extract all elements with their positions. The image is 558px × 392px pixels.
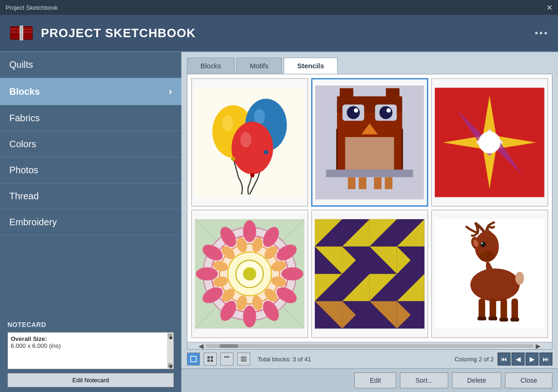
svg-rect-0 <box>10 26 20 39</box>
sidebar-nav: Quilts Blocks › Fabrics Colors Photos Th… <box>0 52 181 315</box>
view-small-button[interactable] <box>187 353 200 366</box>
svg-point-57 <box>243 220 256 242</box>
gallery-item-deer[interactable] <box>431 209 548 338</box>
sidebar-fabrics-label: Fabrics <box>9 113 40 124</box>
bottom-toolbar: Total blocks: 3 of 41 Coloring 2 of 2 ⏮ … <box>181 350 558 368</box>
view-medium-button[interactable] <box>204 353 217 366</box>
svg-rect-142 <box>241 360 246 361</box>
header-left: PROJECT SKETCHBOOK <box>9 24 196 42</box>
sidebar-item-fabrics[interactable]: Fabrics <box>0 105 181 131</box>
scroll-thumb[interactable] <box>219 344 238 348</box>
svg-point-18 <box>264 150 268 154</box>
sidebar-item-photos[interactable]: Photos <box>0 157 181 183</box>
svg-rect-129 <box>499 318 508 321</box>
content-area: Blocks Motifs Stencils <box>181 52 558 392</box>
scroll-track-notecard <box>168 339 173 362</box>
gallery-item-balloons[interactable] <box>191 78 308 207</box>
scroll-track[interactable] <box>206 344 534 348</box>
view-large-button[interactable] <box>220 353 233 366</box>
action-bar: Edit Sort... Delete Close <box>181 368 558 392</box>
nav-buttons: ⏮ ◀ ▶ ⏭ <box>498 353 552 366</box>
svg-point-48 <box>478 131 500 153</box>
nav-last-button[interactable]: ⏭ <box>539 353 552 366</box>
tabs-bar: Blocks Motifs Stencils <box>181 52 558 74</box>
svg-point-27 <box>347 106 360 119</box>
svg-rect-126 <box>512 299 518 320</box>
sidebar-thread-label: Thread <box>9 191 39 202</box>
svg-rect-138 <box>226 356 227 358</box>
svg-rect-1 <box>22 26 33 39</box>
book-icon <box>9 24 33 42</box>
more-options-button[interactable]: ••• <box>535 28 549 39</box>
gallery-item-mandala[interactable] <box>191 209 308 338</box>
title-bar: Project Sketchbook ✕ <box>0 0 558 15</box>
gallery-item-quilt[interactable] <box>311 209 428 338</box>
svg-point-17 <box>231 157 235 161</box>
svg-rect-139 <box>228 356 229 358</box>
notecard-size-value: 6.000 x 6.000 (ins) <box>11 342 171 349</box>
notecard-section-label: NOTECARD <box>0 315 181 332</box>
chevron-right-icon: › <box>169 85 172 98</box>
notecard-size-label: Overall Size: <box>11 335 171 342</box>
sidebar-item-quilts[interactable]: Quilts <box>0 52 181 78</box>
close-window-button[interactable]: ✕ <box>546 3 552 12</box>
svg-rect-133 <box>207 356 210 359</box>
svg-point-81 <box>243 267 256 280</box>
svg-point-60 <box>281 267 303 280</box>
svg-rect-141 <box>241 359 246 359</box>
scroll-down-arrow[interactable]: ▼ <box>168 363 173 368</box>
header-title: PROJECT SKETCHBOOK <box>41 26 196 40</box>
sidebar-item-blocks[interactable]: Blocks › <box>0 78 181 105</box>
view-list-button[interactable] <box>237 353 250 366</box>
tab-stencils[interactable]: Stencils <box>284 58 338 74</box>
gallery-item-compass[interactable] <box>431 78 548 207</box>
nav-first-button[interactable]: ⏮ <box>498 353 511 366</box>
main-layout: Quilts Blocks › Fabrics Colors Photos Th… <box>0 52 558 392</box>
sidebar-photos-label: Photos <box>9 165 38 176</box>
svg-rect-32 <box>345 137 394 170</box>
svg-rect-135 <box>207 359 210 362</box>
sidebar-item-embroidery[interactable]: Embroidery <box>0 209 181 235</box>
nav-next-button[interactable]: ▶ <box>525 353 538 366</box>
coloring-label: Coloring 2 of 2 <box>454 356 494 363</box>
gallery-wrapper: ◀ ▶ <box>187 74 552 350</box>
svg-rect-123 <box>478 299 485 320</box>
notecard-scrollbar[interactable]: ▲ ▼ <box>167 333 173 369</box>
svg-rect-136 <box>211 359 213 362</box>
svg-rect-140 <box>241 357 246 358</box>
sidebar-item-thread[interactable]: Thread <box>0 183 181 209</box>
header: PROJECT SKETCHBOOK ••• <box>0 15 558 52</box>
sidebar: Quilts Blocks › Fabrics Colors Photos Th… <box>0 52 181 392</box>
svg-rect-37 <box>359 177 366 189</box>
svg-point-119 <box>481 242 483 244</box>
scroll-up-arrow[interactable]: ▲ <box>168 333 173 338</box>
sidebar-item-colors[interactable]: Colors <box>0 131 181 157</box>
nav-prev-button[interactable]: ◀ <box>512 353 525 366</box>
notecard-text-area: Overall Size: 6.000 x 6.000 (ins) ▲ ▼ <box>7 332 174 369</box>
svg-rect-39 <box>385 177 392 189</box>
svg-point-118 <box>480 242 486 247</box>
edit-notecard-button[interactable]: Edit Notecard <box>7 373 174 387</box>
scroll-right-arrow[interactable]: ▶ <box>534 342 543 350</box>
delete-button[interactable]: Delete <box>452 372 501 388</box>
svg-rect-127 <box>478 316 486 320</box>
sidebar-quilts-label: Quilts <box>9 59 33 70</box>
svg-rect-24 <box>386 88 399 99</box>
gallery-item-owl[interactable] <box>311 78 428 207</box>
tab-motifs[interactable]: Motifs <box>236 58 282 74</box>
close-button[interactable]: Close <box>505 372 552 388</box>
sort-button[interactable]: Sort... <box>400 372 448 388</box>
svg-point-63 <box>243 306 256 327</box>
svg-rect-132 <box>191 356 196 362</box>
svg-point-66 <box>196 267 218 280</box>
svg-point-29 <box>354 108 358 112</box>
edit-button[interactable]: Edit <box>354 372 396 388</box>
app-title: Project Sketchbook <box>6 4 58 11</box>
svg-rect-36 <box>348 177 355 189</box>
sidebar-blocks-label: Blocks <box>9 86 40 97</box>
svg-rect-35 <box>326 170 413 177</box>
tab-blocks[interactable]: Blocks <box>187 58 234 74</box>
scroll-left-arrow[interactable]: ◀ <box>197 342 206 350</box>
svg-point-14 <box>232 122 273 174</box>
svg-point-15 <box>240 132 252 147</box>
